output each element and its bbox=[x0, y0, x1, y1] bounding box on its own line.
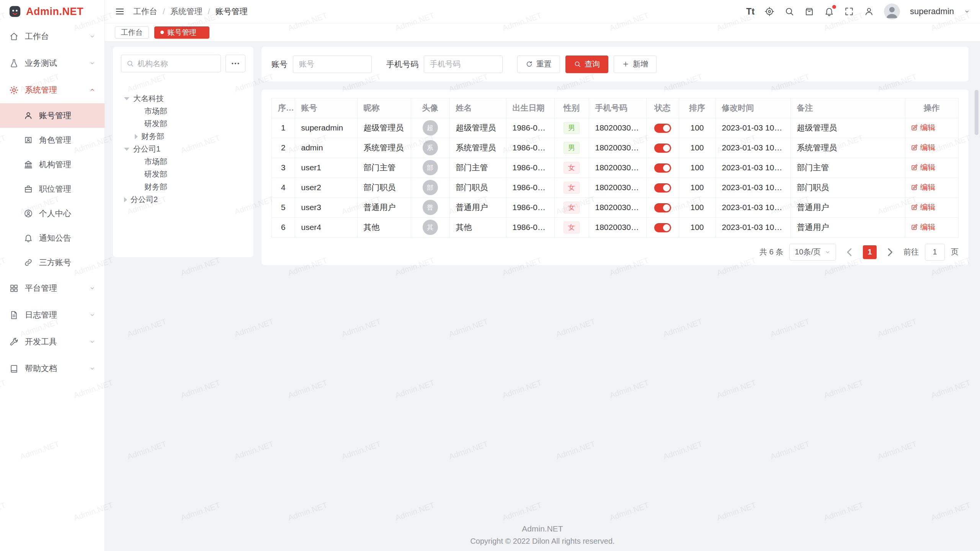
search-icon[interactable] bbox=[784, 7, 794, 16]
tree-node[interactable]: 大名科技 bbox=[121, 92, 245, 105]
notification-bell-icon[interactable] bbox=[824, 7, 834, 16]
gender-tag: 男 bbox=[564, 122, 580, 134]
edit-icon bbox=[911, 164, 918, 171]
column-header-1: 账号 bbox=[295, 98, 357, 118]
status-toggle[interactable] bbox=[654, 183, 671, 192]
book-icon bbox=[9, 364, 19, 373]
row-avatar: 部 bbox=[423, 180, 438, 195]
plus-icon bbox=[622, 60, 629, 68]
page-unit-label: 页 bbox=[951, 247, 959, 257]
tab-0[interactable]: 工作台 bbox=[115, 26, 149, 39]
header-actions: Tt superadmin bbox=[746, 3, 970, 20]
edit-button[interactable]: 编辑 bbox=[911, 142, 936, 153]
caret-right-icon[interactable] bbox=[124, 197, 127, 202]
role-icon bbox=[24, 135, 33, 145]
sidebar-item-1[interactable]: 业务测试 bbox=[0, 50, 105, 77]
goto-page-input[interactable] bbox=[925, 244, 945, 261]
page-number-1[interactable]: 1 bbox=[863, 245, 877, 259]
breadcrumb-item-0[interactable]: 工作台 bbox=[133, 6, 157, 17]
sidebar-submenu: 账号管理角色管理机构管理职位管理个人中心通知公告三方账号 bbox=[0, 103, 105, 275]
caret-right-icon[interactable] bbox=[135, 134, 138, 139]
sidebar-item-5[interactable]: 开发工具 bbox=[0, 328, 105, 355]
status-toggle[interactable] bbox=[654, 143, 671, 153]
org-icon bbox=[24, 160, 33, 169]
status-toggle[interactable] bbox=[654, 124, 671, 133]
sidebar-subitem-2-6[interactable]: 三方账号 bbox=[0, 250, 105, 275]
sidebar-item-6[interactable]: 帮助文档 bbox=[0, 355, 105, 382]
edit-button[interactable]: 编辑 bbox=[911, 182, 936, 192]
status-toggle[interactable] bbox=[654, 203, 671, 212]
chevron-up-icon bbox=[89, 87, 95, 93]
table-row: 3user1部门主管部部门主管1986-06-28女18020030720100… bbox=[272, 158, 958, 178]
tree-node[interactable]: 市场部 bbox=[121, 155, 245, 168]
scrollbar-thumb[interactable] bbox=[975, 90, 978, 135]
sidebar-item-2[interactable]: 系统管理 bbox=[0, 77, 105, 103]
gender-tag: 女 bbox=[564, 182, 580, 194]
edit-icon bbox=[911, 124, 918, 131]
sidebar-item-3[interactable]: 平台管理 bbox=[0, 275, 105, 302]
sidebar-subitem-2-5[interactable]: 通知公告 bbox=[0, 226, 105, 250]
column-header-3: 头像 bbox=[411, 98, 449, 118]
edit-icon bbox=[911, 144, 918, 151]
tree-node[interactable]: 财务部 bbox=[121, 130, 245, 143]
edit-button[interactable]: 编辑 bbox=[911, 162, 936, 173]
org-panel: 大名科技市场部研发部财务部分公司1市场部研发部财务部分公司2 bbox=[113, 47, 253, 257]
org-tree: 大名科技市场部研发部财务部分公司1市场部研发部财务部分公司2 bbox=[121, 92, 245, 206]
column-header-10: 修改时间 bbox=[715, 98, 791, 118]
reset-button[interactable]: 重置 bbox=[517, 55, 560, 73]
tree-node[interactable]: 研发部 bbox=[121, 117, 245, 130]
chevron-down-icon bbox=[89, 285, 95, 291]
tree-node[interactable]: 财务部 bbox=[121, 181, 245, 193]
add-button[interactable]: 新增 bbox=[614, 55, 657, 73]
account-input[interactable] bbox=[293, 55, 372, 73]
sidebar-item-0[interactable]: 工作台 bbox=[0, 23, 105, 50]
phone-input[interactable] bbox=[424, 55, 503, 73]
component-size-icon[interactable] bbox=[764, 7, 774, 16]
search-icon bbox=[574, 60, 581, 68]
active-tab-dot bbox=[160, 31, 164, 34]
sidebar-menu: 工作台业务测试系统管理账号管理角色管理机构管理职位管理个人中心通知公告三方账号平… bbox=[0, 23, 105, 551]
org-search-box[interactable] bbox=[121, 55, 221, 72]
breadcrumb-item-1[interactable]: 系统管理 bbox=[170, 6, 203, 17]
sidebar-item-4[interactable]: 日志管理 bbox=[0, 302, 105, 328]
breadcrumb-item-2[interactable]: 账号管理 bbox=[216, 6, 248, 17]
status-toggle[interactable] bbox=[654, 223, 671, 232]
wrench-icon bbox=[9, 337, 19, 347]
sidebar-subitem-2-4[interactable]: 个人中心 bbox=[0, 201, 105, 226]
next-page-button[interactable] bbox=[883, 245, 897, 259]
tree-node[interactable]: 研发部 bbox=[121, 168, 245, 181]
sidebar-subitem-2-0[interactable]: 账号管理 bbox=[0, 103, 105, 128]
theme-icon[interactable] bbox=[804, 7, 814, 16]
account-icon[interactable] bbox=[864, 7, 874, 16]
sidebar-subitem-2-3[interactable]: 职位管理 bbox=[0, 177, 105, 201]
sidebar-subitem-2-1[interactable]: 角色管理 bbox=[0, 128, 105, 152]
sidebar-subitem-2-2[interactable]: 机构管理 bbox=[0, 152, 105, 177]
column-header-5: 出生日期 bbox=[506, 98, 554, 118]
chevron-down-icon bbox=[89, 339, 95, 345]
caret-down-icon[interactable] bbox=[124, 97, 129, 100]
username[interactable]: superadmin bbox=[910, 7, 954, 16]
edit-button[interactable]: 编辑 bbox=[911, 122, 936, 133]
tab-1[interactable]: 账号管理 bbox=[154, 26, 209, 39]
edit-button[interactable]: 编辑 bbox=[911, 222, 936, 232]
font-size-icon[interactable]: Tt bbox=[746, 7, 755, 17]
chevron-down-icon bbox=[89, 60, 95, 66]
org-more-button[interactable] bbox=[225, 55, 245, 72]
app-logo[interactable]: Admin.NET bbox=[0, 0, 105, 23]
tree-node[interactable]: 分公司1 bbox=[121, 143, 245, 155]
user-avatar[interactable] bbox=[884, 3, 900, 20]
tree-node[interactable]: 市场部 bbox=[121, 105, 245, 117]
edit-button[interactable]: 编辑 bbox=[911, 202, 936, 212]
search-button[interactable]: 查询 bbox=[565, 55, 608, 73]
fullscreen-icon[interactable] bbox=[844, 7, 854, 16]
prev-page-button[interactable] bbox=[842, 245, 857, 259]
tree-node[interactable]: 分公司2 bbox=[121, 193, 245, 206]
chevron-down-icon bbox=[89, 312, 95, 318]
caret-down-icon[interactable] bbox=[124, 148, 129, 151]
bell-icon bbox=[24, 233, 33, 243]
page-size-select[interactable]: 10条/页 bbox=[789, 244, 836, 261]
hamburger-menu-icon[interactable] bbox=[115, 7, 125, 16]
status-toggle[interactable] bbox=[654, 163, 671, 173]
org-search-input[interactable] bbox=[137, 59, 216, 68]
user-menu-chevron-icon[interactable] bbox=[964, 8, 970, 15]
